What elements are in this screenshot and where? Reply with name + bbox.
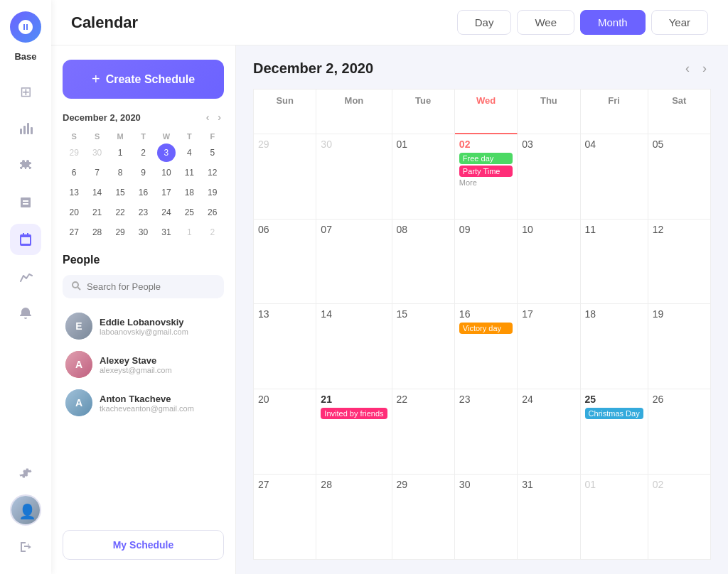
mini-cal-day[interactable]: 12 [203, 163, 222, 182]
cal-cell[interactable]: 17 [518, 304, 580, 389]
cal-cell[interactable]: 31 [518, 475, 580, 560]
cal-cell[interactable]: 03 [518, 134, 580, 220]
cal-cell[interactable]: 09 [455, 220, 518, 305]
person-item-anton[interactable]: A Anton Tkacheve tkacheveanton@gmail.com [63, 384, 224, 422]
person-item-alexey[interactable]: A Alexey Stave alexeyst@gmail.com [63, 345, 224, 384]
mini-cal-day[interactable]: 9 [134, 163, 152, 182]
mini-cal-day[interactable]: 31 [157, 223, 176, 242]
mini-cal-day[interactable]: 11 [180, 163, 198, 182]
mini-cal-prev-button[interactable]: ‹ [203, 110, 213, 124]
cal-cell[interactable]: 26 [648, 389, 711, 475]
mini-cal-day[interactable]: 23 [134, 203, 152, 222]
cal-cell[interactable]: 22 [392, 389, 455, 475]
mini-cal-day[interactable]: 26 [203, 203, 222, 222]
cal-cell[interactable]: 19 [648, 304, 711, 389]
mini-cal-day[interactable]: 10 [157, 163, 176, 182]
cal-cell[interactable]: 20 [254, 389, 316, 475]
cal-cell[interactable]: 24 [518, 389, 580, 475]
sidebar-item-logout[interactable] [10, 531, 41, 563]
cal-cell[interactable]: 18 [581, 304, 648, 389]
cal-cell[interactable]: 14 [316, 304, 392, 389]
cal-cell[interactable]: 28 [316, 475, 392, 560]
view-month-button[interactable]: Month [580, 10, 646, 35]
cal-cell[interactable]: 16 Victory day [455, 304, 518, 389]
mini-cal-day[interactable]: 19 [203, 183, 222, 202]
mini-cal-day[interactable]: 30 [88, 144, 107, 162]
mini-cal-day[interactable]: 6 [65, 163, 83, 182]
mini-cal-day[interactable]: 2 [203, 223, 222, 242]
mini-cal-day[interactable]: 15 [111, 183, 129, 202]
mini-cal-day[interactable]: 13 [65, 183, 83, 202]
cal-cell[interactable]: 10 [518, 220, 580, 305]
view-year-button[interactable]: Year [651, 10, 708, 35]
create-schedule-button[interactable]: + Create Schedule [63, 60, 224, 99]
cal-cell[interactable]: 30 [316, 134, 392, 220]
mini-cal-day[interactable]: 5 [203, 144, 222, 162]
mini-cal-day[interactable]: 16 [134, 183, 152, 202]
mini-cal-day[interactable]: 1 [180, 223, 198, 242]
cal-cell[interactable]: 21 Invited by friends [316, 389, 392, 475]
mini-cal-day[interactable]: 28 [88, 223, 107, 242]
mini-cal-day[interactable]: 7 [88, 163, 107, 182]
mini-cal-day[interactable]: 2 [134, 144, 152, 162]
cal-cell[interactable]: 08 [392, 220, 455, 305]
person-item-eddie[interactable]: E Eddie Lobanovskiy laboanovskiy@gmail.c… [63, 307, 224, 345]
cal-cell[interactable]: 02 [648, 475, 711, 560]
cal-cell[interactable]: 01 [392, 134, 455, 220]
mini-cal-day[interactable]: 29 [65, 144, 83, 162]
cal-cell-today[interactable]: 02 Free day Party Time More [455, 134, 518, 220]
sidebar-item-calendar[interactable] [10, 224, 41, 255]
cal-cell[interactable]: 05 [648, 134, 711, 220]
cal-cell[interactable]: 29 [254, 134, 316, 220]
sidebar-item-grid[interactable]: ⊞ [10, 76, 41, 107]
cal-cell[interactable]: 12 [648, 220, 711, 305]
sidebar-item-puzzle[interactable] [10, 150, 41, 181]
sidebar-item-chart[interactable] [10, 113, 41, 144]
cal-next-button[interactable]: › [698, 60, 711, 77]
user-avatar[interactable]: 👤 [10, 494, 41, 526]
cal-cell[interactable]: 23 [455, 389, 518, 475]
sidebar-item-analytics[interactable] [10, 261, 41, 292]
mini-cal-day[interactable]: 8 [111, 163, 129, 182]
mini-cal-day[interactable]: 14 [88, 183, 107, 202]
sidebar-item-docs[interactable] [10, 187, 41, 218]
mini-cal-next-button[interactable]: › [215, 110, 224, 124]
mini-cal-day[interactable]: 1 [111, 144, 129, 162]
cal-event-christmas[interactable]: Christmas Day [585, 408, 643, 419]
cal-cell[interactable]: 29 [392, 475, 455, 560]
cal-event-party-time[interactable]: Party Time [459, 166, 513, 177]
cal-cell[interactable]: 30 [455, 475, 518, 560]
mini-cal-day[interactable]: 24 [157, 203, 176, 222]
mini-cal-day[interactable]: 27 [65, 223, 83, 242]
mini-cal-day[interactable]: 20 [65, 203, 83, 222]
cal-cell[interactable]: 15 [392, 304, 455, 389]
cal-event-more[interactable]: More [459, 178, 513, 187]
mini-cal-day[interactable]: 21 [88, 203, 107, 222]
cal-prev-button[interactable]: ‹ [681, 60, 694, 77]
cal-cell[interactable]: 04 [581, 134, 648, 220]
cal-event-invited[interactable]: Invited by friends [321, 408, 387, 419]
mini-cal-day[interactable]: 4 [180, 144, 198, 162]
sidebar-item-settings[interactable] [10, 457, 41, 489]
mini-cal-day[interactable]: 17 [157, 183, 176, 202]
sidebar-item-notifications[interactable] [10, 298, 41, 329]
mini-cal-day[interactable]: 18 [180, 183, 198, 202]
cal-event-free-day[interactable]: Free day [459, 153, 513, 164]
mini-cal-day[interactable]: 25 [180, 203, 198, 222]
mini-cal-day[interactable]: 29 [111, 223, 129, 242]
cal-event-victory-day[interactable]: Victory day [459, 323, 513, 334]
cal-cell[interactable]: 07 [316, 220, 392, 305]
mini-cal-day-selected[interactable]: 3 [157, 144, 176, 162]
search-people-input[interactable] [87, 281, 215, 292]
cal-cell[interactable]: 06 [254, 220, 316, 305]
cal-cell[interactable]: 01 [581, 475, 648, 560]
mini-cal-day[interactable]: 30 [134, 223, 152, 242]
my-schedule-button[interactable]: My Schedule [63, 530, 224, 560]
cal-cell[interactable]: 27 [254, 475, 316, 560]
cal-cell[interactable]: 25 Christmas Day [581, 389, 648, 475]
mini-cal-day[interactable]: 22 [111, 203, 129, 222]
cal-cell[interactable]: 11 [581, 220, 648, 305]
view-week-button[interactable]: Wee [517, 10, 574, 35]
cal-cell[interactable]: 13 [254, 304, 316, 389]
view-day-button[interactable]: Day [457, 10, 512, 35]
